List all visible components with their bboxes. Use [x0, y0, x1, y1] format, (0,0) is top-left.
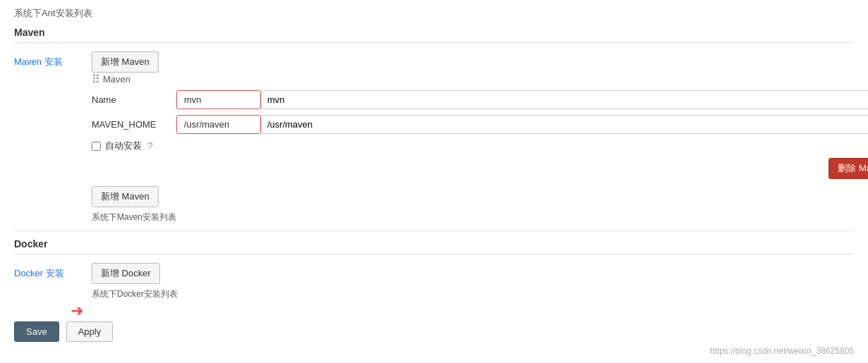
maven-section-header: Maven	[14, 27, 854, 43]
maven-section-row: Maven 安装 新增 Maven ⠿ Maven Name mvn	[14, 51, 854, 223]
dropdown-item-mvn[interactable]: mvn	[177, 91, 260, 109]
name-input[interactable]	[261, 90, 868, 109]
maven-home-label: MAVEN_HOME	[92, 119, 176, 130]
maven-item: ⠿ Maven Name mvn MAVEN_HOM	[92, 73, 868, 179]
delete-row: 删除 Maven	[92, 158, 868, 179]
maven-home-form-row: MAVEN_HOME /usr/maven	[92, 115, 868, 134]
maven-note: 系统下Maven安装列表	[92, 211, 868, 223]
add-maven-button-bottom[interactable]: 新增 Maven	[92, 186, 159, 207]
maven-drag-header: ⠿ Maven	[92, 73, 868, 86]
divider-1	[14, 230, 854, 231]
home-dropdown[interactable]: /usr/maven	[176, 115, 261, 134]
maven-label: Maven 安装	[14, 51, 92, 68]
arrow-indicator: ➜	[71, 302, 83, 320]
add-maven-button-top[interactable]: 新增 Maven	[92, 51, 159, 73]
maven-home-input-container: /usr/maven	[176, 115, 868, 134]
docker-content: 新增 Docker 系统下Docker安装列表	[92, 263, 854, 300]
footer-buttons: ➜ Save Apply	[14, 314, 854, 342]
name-label: Name	[92, 94, 176, 105]
page-container: 系统下Ant安装列表 Maven Maven 安装 新增 Maven ⠿ Mav…	[0, 0, 868, 356]
dropdown-item-home[interactable]: /usr/maven	[177, 116, 260, 133]
auto-install-label: 自动安装	[105, 140, 142, 152]
docker-section-row: Docker 安装 新增 Docker 系统下Docker安装列表	[14, 263, 854, 300]
maven-content: 新增 Maven ⠿ Maven Name mvn	[92, 51, 868, 223]
auto-install-row: 自动安装 ?	[92, 140, 868, 152]
auto-install-checkbox[interactable]	[92, 142, 101, 151]
maven-home-input[interactable]	[261, 115, 868, 134]
maven-item-label: Maven	[103, 74, 130, 85]
save-button[interactable]: Save	[14, 321, 59, 342]
help-icon[interactable]: ?	[147, 140, 153, 152]
apply-button[interactable]: Apply	[66, 321, 114, 342]
docker-note: 系统下Docker安装列表	[92, 288, 854, 300]
docker-label: Docker 安装	[14, 263, 92, 280]
breadcrumb: 系统下Ant安装列表	[14, 7, 854, 20]
delete-maven-button[interactable]: 删除 Maven	[829, 158, 868, 179]
watermark: https://blog.csdn.net/weixin_38625805	[710, 346, 854, 356]
name-form-row: Name mvn	[92, 90, 868, 109]
docker-section-header: Docker	[14, 238, 854, 254]
name-dropdown[interactable]: mvn	[176, 90, 261, 109]
name-input-container: mvn	[176, 90, 868, 109]
drag-handle-icon[interactable]: ⠿	[92, 73, 99, 86]
add-docker-button[interactable]: 新增 Docker	[92, 263, 160, 284]
